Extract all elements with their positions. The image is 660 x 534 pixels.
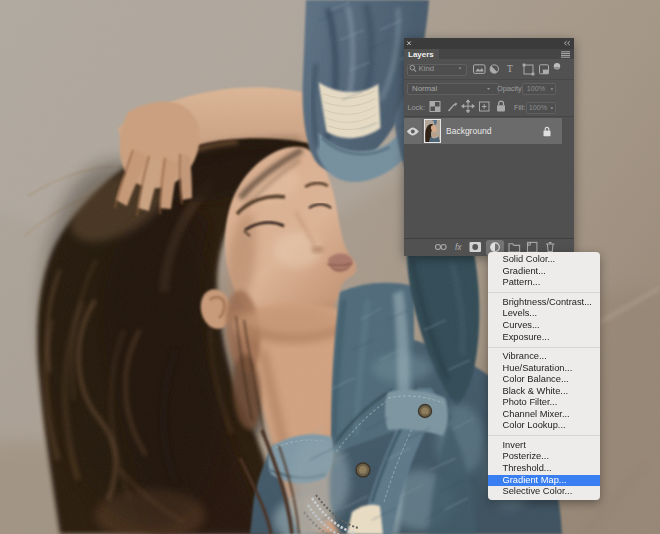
svg-text:T: T [507,64,513,74]
svg-text:fx: fx [455,242,462,252]
svg-text:Kind: Kind [419,64,435,73]
